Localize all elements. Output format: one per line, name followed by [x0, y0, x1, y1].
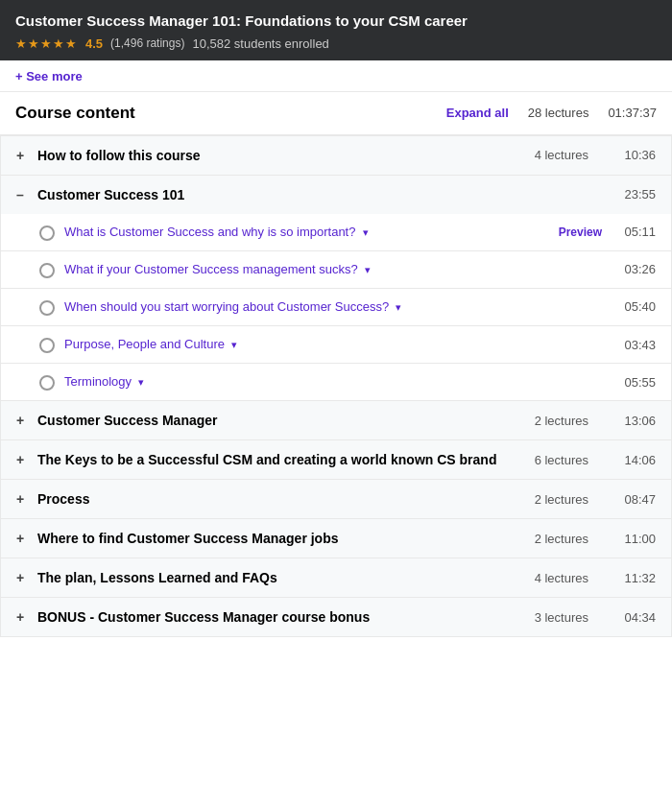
section-toggle-4: + [16, 491, 28, 507]
section-name-1: Customer Success 101 [37, 187, 608, 202]
sections-container: +How to follow this course4 lectures10:3… [0, 135, 672, 638]
section-lectures-4: 2 lectures [535, 492, 588, 507]
lesson-time-1-4: 05:55 [617, 375, 656, 390]
section-time-3: 14:06 [608, 453, 656, 467]
section-header-2[interactable]: +Customer Success Manager2 lectures13:06 [1, 401, 671, 439]
course-content-title: Course content [15, 104, 446, 123]
section-5: +Where to find Customer Success Manager … [1, 519, 671, 558]
lesson-dropdown-1-4[interactable]: ▾ [135, 376, 144, 388]
section-lectures-5: 2 lectures [535, 532, 588, 546]
lesson-inner-1-1: What if your Customer Success management… [64, 261, 656, 278]
section-header-7[interactable]: +BONUS - Customer Success Manager course… [1, 598, 671, 636]
lesson-inner-1-2: When should you start worrying about Cus… [64, 298, 656, 316]
lesson-content-1-1: What if your Customer Success management… [64, 261, 617, 278]
lesson-time-1-0: 05:11 [617, 225, 656, 239]
lesson-row-1-2: When should you start worrying about Cus… [1, 289, 671, 326]
section-name-0: How to follow this course [37, 148, 535, 163]
course-meta: ★★★★★ 4.5 (1,496 ratings) 10,582 student… [15, 36, 657, 51]
section-3: +The Keys to be a Successful CSM and cre… [1, 440, 671, 480]
lesson-title-1-2[interactable]: When should you start worrying about Cus… [64, 299, 389, 314]
section-1: –Customer Success 10123:55What is Custom… [1, 176, 671, 402]
lesson-icon-1-3 [39, 338, 55, 353]
section-header-3[interactable]: +The Keys to be a Successful CSM and cre… [1, 440, 671, 479]
lesson-content-1-0: What is Customer Success and why is so i… [64, 224, 559, 241]
section-header-4[interactable]: +Process2 lectures08:47 [1, 480, 671, 518]
lesson-icon-1-0 [39, 225, 55, 241]
lesson-inner-1-4: Terminology ▾05:55 [64, 373, 656, 391]
star-icons: ★★★★★ [15, 36, 78, 51]
section-time-1: 23:55 [608, 187, 656, 202]
lesson-inner-1-0: What is Customer Success and why is so i… [64, 224, 656, 241]
section-toggle-5: + [16, 531, 28, 546]
lesson-dropdown-1-2[interactable]: ▾ [393, 301, 401, 313]
rating-score: 4.5 [85, 36, 103, 51]
section-toggle-7: + [16, 609, 28, 625]
section-toggle-1: – [16, 187, 28, 202]
lesson-row-1-1: What if your Customer Success management… [1, 251, 671, 289]
section-lectures-7: 3 lectures [535, 610, 588, 625]
lesson-row-1-3: Purpose, People and Culture ▾03:43 [1, 326, 671, 364]
section-lectures-0: 4 lectures [535, 148, 588, 162]
lesson-time-1-3: 03:43 [617, 338, 656, 352]
lesson-content-1-3: Purpose, People and Culture ▾ [64, 336, 617, 353]
section-time-6: 11:32 [608, 571, 656, 585]
total-lectures: 28 lectures [528, 106, 589, 120]
section-name-3: The Keys to be a Successful CSM and crea… [37, 452, 535, 467]
section-toggle-3: + [16, 452, 28, 467]
rating-count: (1,496 ratings) [110, 36, 184, 50]
lesson-icon-1-2 [39, 300, 55, 316]
lesson-time-1-1: 03:26 [617, 262, 656, 276]
lesson-content-1-2: When should you start worrying about Cus… [64, 298, 617, 316]
section-time-2: 13:06 [608, 414, 656, 428]
section-header-0[interactable]: +How to follow this course4 lectures10:3… [1, 136, 671, 175]
lesson-content-1-4: Terminology ▾ [64, 373, 617, 391]
section-name-4: Process [37, 491, 535, 507]
lesson-dropdown-1-0[interactable]: ▾ [359, 226, 368, 238]
section-0: +How to follow this course4 lectures10:3… [1, 136, 671, 176]
section-name-5: Where to find Customer Success Manager j… [37, 531, 535, 546]
section-time-7: 04:34 [608, 610, 656, 625]
see-more-link[interactable]: + See more [15, 69, 83, 83]
expand-all-button[interactable]: Expand all [446, 106, 509, 120]
section-2: +Customer Success Manager2 lectures13:06 [1, 401, 671, 440]
course-content-header: Course content Expand all 28 lectures 01… [0, 92, 672, 135]
enrolled-count: 10,582 students enrolled [192, 36, 328, 51]
lesson-preview-1-0[interactable]: Preview [559, 225, 602, 239]
section-name-6: The plan, Lessons Learned and FAQs [37, 570, 535, 585]
section-name-7: BONUS - Customer Success Manager course … [37, 609, 535, 625]
lesson-row-1-4: Terminology ▾05:55 [1, 364, 671, 400]
lesson-title-1-4[interactable]: Terminology [64, 374, 132, 389]
lesson-inner-1-3: Purpose, People and Culture ▾03:43 [64, 336, 656, 353]
section-lectures-3: 6 lectures [535, 453, 588, 467]
section-4: +Process2 lectures08:47 [1, 480, 671, 519]
see-more-bar: + See more [0, 60, 672, 92]
lesson-title-1-0[interactable]: What is Customer Success and why is so i… [64, 225, 355, 239]
lesson-dropdown-1-3[interactable]: ▾ [228, 339, 237, 350]
section-header-5[interactable]: +Where to find Customer Success Manager … [1, 519, 671, 558]
section-time-4: 08:47 [608, 492, 656, 507]
lesson-title-1-3[interactable]: Purpose, People and Culture [64, 337, 225, 351]
section-7: +BONUS - Customer Success Manager course… [1, 598, 671, 636]
section-name-2: Customer Success Manager [37, 413, 535, 428]
lesson-title-1-1[interactable]: What if your Customer Success management… [64, 262, 358, 276]
lesson-icon-1-1 [39, 263, 55, 278]
section-6: +The plan, Lessons Learned and FAQs4 lec… [1, 558, 671, 598]
section-toggle-0: + [16, 148, 28, 163]
section-header-1[interactable]: –Customer Success 10123:55 [1, 176, 671, 214]
section-lectures-6: 4 lectures [535, 571, 588, 585]
total-time: 01:37:37 [608, 106, 657, 120]
section-time-5: 11:00 [608, 532, 656, 546]
section-lectures-2: 2 lectures [535, 414, 588, 428]
section-time-0: 10:36 [608, 148, 656, 162]
lesson-row-1-0: What is Customer Success and why is so i… [1, 214, 671, 251]
lesson-time-1-2: 05:40 [617, 299, 656, 314]
lesson-dropdown-1-1[interactable]: ▾ [362, 264, 371, 275]
course-title: Customer Success Manager 101: Foundation… [15, 12, 657, 31]
lesson-icon-1-4 [39, 375, 55, 391]
course-header: Customer Success Manager 101: Foundation… [0, 0, 672, 60]
section-toggle-6: + [16, 570, 28, 585]
section-header-6[interactable]: +The plan, Lessons Learned and FAQs4 lec… [1, 558, 671, 597]
section-toggle-2: + [16, 413, 28, 428]
